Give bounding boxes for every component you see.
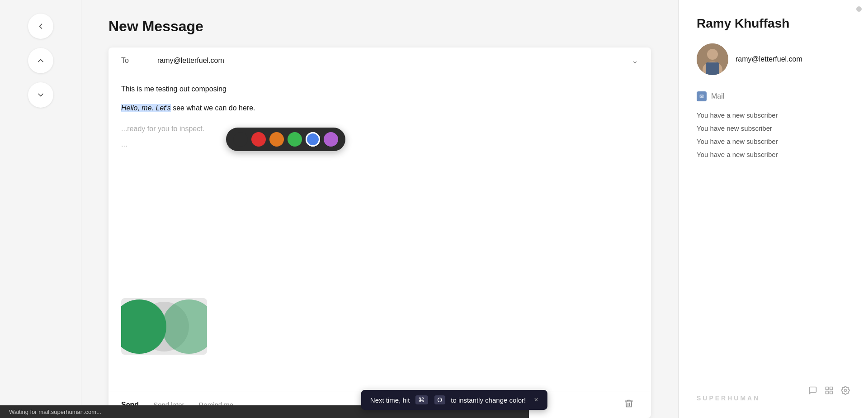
compose-area: To ramy@letterfuel.com ⌄ This is me test… — [108, 48, 651, 418]
mail-header: ✉ Mail — [697, 91, 850, 101]
avatar-image — [697, 43, 728, 75]
superhuman-logo: SUPERHUMAN — [697, 381, 760, 402]
to-field: To ramy@letterfuel.com ⌄ — [108, 48, 651, 74]
svg-rect-4 — [826, 387, 829, 390]
chat-icon-button[interactable] — [808, 386, 817, 397]
email-body[interactable]: This is me testing out composing Hello, … — [108, 74, 651, 391]
toast-prefix: Next time, hit — [370, 396, 410, 404]
mail-icon: ✉ — [697, 91, 707, 101]
toast-kbd2: O — [434, 395, 445, 404]
color-red[interactable] — [251, 132, 266, 147]
color-purple[interactable] — [324, 132, 338, 147]
body-text: Hello, me. Let's see what we can do here… — [121, 102, 638, 114]
mail-section: ✉ Mail You have a new subscriber You hav… — [697, 91, 850, 161]
subscriber-list: You have a new subscriber You have new s… — [697, 109, 850, 161]
subscriber-item-2[interactable]: You have new subscriber — [697, 122, 850, 135]
color-orange[interactable] — [269, 132, 284, 147]
right-panel: Ramy Khuffash ramy@letterfuel.com ✉ Mail… — [678, 0, 868, 418]
up-button[interactable] — [28, 48, 53, 73]
top-right-dot — [856, 6, 862, 12]
color-black[interactable] — [233, 132, 248, 147]
delete-button[interactable] — [619, 399, 638, 411]
contact-name: Ramy Khuffash — [697, 16, 850, 31]
main-content: New Message To ramy@letterfuel.com ⌄ Thi… — [81, 0, 678, 418]
left-sidebar — [0, 0, 81, 418]
svg-rect-5 — [830, 387, 833, 390]
settings-icon-button[interactable] — [841, 386, 850, 397]
contact-info: ramy@letterfuel.com — [697, 43, 850, 75]
back-button[interactable] — [28, 14, 53, 39]
subscriber-item-1[interactable]: You have a new subscriber — [697, 109, 850, 122]
to-label: To — [121, 57, 157, 65]
toast-close-button[interactable]: × — [534, 396, 538, 404]
color-blue[interactable] — [306, 132, 320, 147]
contact-email: ramy@letterfuel.com — [736, 55, 802, 63]
svg-rect-3 — [706, 62, 719, 75]
body-rest: see what we can do here. — [171, 104, 255, 112]
to-chevron-icon[interactable]: ⌄ — [632, 56, 638, 66]
toast-suffix: to instantly change color! — [451, 396, 526, 404]
color-green[interactable] — [288, 132, 302, 147]
highlighted-text: Hello, me. Let's — [121, 104, 171, 112]
thumbnail-inner — [121, 298, 207, 355]
toast-notification: Next time, hit ⌘ O to instantly change c… — [361, 390, 547, 410]
down-button[interactable] — [28, 82, 53, 108]
subject-line: This is me testing out composing — [121, 85, 638, 93]
page-title: New Message — [108, 18, 651, 35]
right-panel-footer: SUPERHUMAN — [697, 372, 850, 402]
image-thumbnail — [121, 298, 207, 355]
color-picker-popup — [226, 128, 345, 151]
grid-icon-button[interactable] — [825, 386, 834, 397]
status-text: Waiting for mail.superhuman.com... — [9, 408, 101, 415]
ellipsis-text: ... — [121, 140, 638, 148]
to-email-value: ramy@letterfuel.com — [157, 57, 632, 65]
toast-kbd1: ⌘ — [415, 395, 428, 404]
mail-label: Mail — [711, 92, 724, 100]
svg-rect-6 — [826, 391, 829, 394]
body-text-2: ...ready for you to inspect. — [121, 125, 638, 133]
subscriber-item-4[interactable]: You have a new subscriber — [697, 148, 850, 161]
svg-point-8 — [844, 389, 847, 391]
svg-rect-7 — [830, 391, 833, 394]
subscriber-item-3[interactable]: You have a new subscriber — [697, 135, 850, 148]
right-footer-icons — [808, 386, 850, 397]
svg-point-1 — [707, 49, 718, 60]
avatar — [697, 43, 728, 75]
